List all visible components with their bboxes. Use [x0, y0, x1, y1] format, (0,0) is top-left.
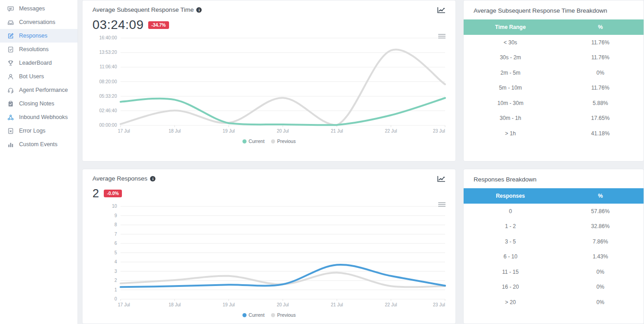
- table-header-cell: %: [557, 188, 644, 204]
- responses-change-badge: -0.0%: [104, 190, 122, 197]
- trend-chart-icon[interactable]: [437, 7, 445, 13]
- legend-item-previous[interactable]: Previous: [271, 312, 296, 318]
- sidebar-item-responses[interactable]: Responses: [0, 29, 77, 43]
- svg-text:17 Jul: 17 Jul: [118, 302, 130, 307]
- edit-icon: [7, 32, 14, 39]
- svg-text:5: 5: [114, 250, 117, 255]
- table-row: 5m - 10m11.76%: [464, 81, 644, 96]
- legend-item-current[interactable]: Current: [242, 138, 265, 144]
- trophy-icon: [7, 59, 14, 67]
- table-cell-percent: 0%: [557, 295, 644, 310]
- svg-text:16:40:00: 16:40:00: [99, 35, 117, 40]
- sidebar-item-resolutions[interactable]: Resolutions: [0, 43, 77, 56]
- legend-item-previous[interactable]: Previous: [271, 138, 296, 144]
- svg-text:19 Jul: 19 Jul: [223, 129, 235, 133]
- responses-value: 2: [92, 186, 99, 200]
- responses-card: Average Responses i 2 -0.0%: [82, 169, 456, 324]
- svg-text:10: 10: [112, 204, 117, 209]
- sidebar-item-bot-users[interactable]: Bot Users: [0, 70, 77, 83]
- table-cell-range: 2m - 5m: [464, 65, 557, 81]
- sidebar-item-conversations[interactable]: Conversations: [0, 15, 77, 29]
- sidebar-item-label: LeaderBoard: [19, 60, 52, 66]
- table-cell-range: 30m - 1h: [464, 111, 557, 126]
- inbox-icon: [7, 19, 14, 26]
- svg-text:23 Jul: 23 Jul: [433, 129, 445, 133]
- sidebar-item-closing-notes[interactable]: Closing Notes: [0, 97, 77, 110]
- svg-text:8: 8: [114, 222, 117, 227]
- svg-text:21 Jul: 21 Jul: [331, 129, 343, 133]
- main-content: Average Subsequent Response Time i 03:24…: [78, 0, 644, 324]
- table-cell-range: 5m - 10m: [464, 81, 557, 96]
- sidebar-item-custom-events[interactable]: Custom Events: [0, 138, 77, 151]
- table-cell-range: < 30s: [464, 35, 557, 50]
- trend-chart-icon[interactable]: [437, 176, 445, 182]
- svg-text:05:33:20: 05:33:20: [99, 94, 117, 99]
- responses-breakdown-table: Responses%057.86%1 - 232.86%3 - 57.86%6 …: [464, 188, 644, 310]
- response-time-card: Average Subsequent Response Time i 03:24…: [82, 0, 456, 162]
- table-header-cell: Responses: [464, 188, 557, 204]
- table-cell-percent: 17.65%: [557, 111, 644, 126]
- svg-text:20 Jul: 20 Jul: [277, 302, 289, 307]
- svg-text:1: 1: [114, 287, 117, 292]
- table-cell-range: 10m - 30m: [464, 95, 557, 111]
- svg-text:9: 9: [114, 213, 117, 218]
- sidebar-item-inbound-webhooks[interactable]: Inbound Webhooks: [0, 110, 77, 124]
- sidebar-item-agent-performance[interactable]: Agent Performance: [0, 83, 77, 97]
- sidebar-item-label: Custom Events: [19, 141, 58, 148]
- sidebar-item-error-logs[interactable]: Error Logs: [0, 124, 77, 138]
- svg-text:2: 2: [114, 278, 117, 283]
- table-cell-percent: 1.43%: [557, 249, 644, 265]
- svg-text:18 Jul: 18 Jul: [169, 129, 181, 133]
- breakdown-title: Responses Breakdown: [464, 175, 644, 188]
- sidebar-item-label: Responses: [19, 33, 48, 39]
- table-cell-percent: 0%: [557, 280, 644, 295]
- svg-text:02:46:40: 02:46:40: [99, 108, 117, 113]
- sidebar-item-label: Bot Users: [19, 73, 44, 80]
- table-cell-percent: 11.76%: [557, 50, 644, 66]
- sidebar-item-label: Resolutions: [19, 46, 48, 52]
- table-row: 2m - 5m0%: [464, 65, 644, 81]
- svg-text:11:06:40: 11:06:40: [100, 64, 117, 69]
- svg-text:21 Jul: 21 Jul: [331, 302, 343, 307]
- table-cell-percent: 32.86%: [557, 219, 644, 234]
- table-cell-range: 3 - 5: [464, 234, 557, 249]
- legend-item-current[interactable]: Current: [242, 312, 265, 318]
- table-cell-range: 16 - 20: [464, 280, 557, 295]
- response-time-value: 03:24:09: [92, 18, 144, 32]
- sidebar-item-messages[interactable]: Messages: [0, 2, 77, 15]
- sidebar-item-label: Inbound Webhooks: [19, 114, 68, 120]
- svg-text:7: 7: [114, 232, 117, 237]
- chart-menu-icon[interactable]: [438, 201, 445, 208]
- svg-text:17 Jul: 17 Jul: [118, 129, 130, 133]
- responses-chart: 01234567891017 Jul18 Jul19 Jul20 Jul21 J…: [92, 202, 446, 309]
- table-cell-percent: 41.18%: [557, 126, 644, 141]
- svg-text:0: 0: [114, 296, 117, 301]
- table-row: 30s - 2m11.76%: [464, 50, 644, 66]
- headset-icon: [7, 86, 14, 94]
- info-icon[interactable]: i: [196, 7, 202, 13]
- sidebar-item-label: Agent Performance: [19, 87, 68, 93]
- breakdown-title: Average Subsequent Response Time Breakdo…: [464, 6, 644, 19]
- response-time-change-badge: -34.7%: [148, 21, 169, 29]
- legend-dot: [271, 139, 275, 143]
- table-header-cell: %: [557, 19, 644, 35]
- table-row: 1 - 232.86%: [464, 219, 644, 234]
- card-title: Average Subsequent Response Time i: [92, 6, 202, 13]
- table-cell-percent: 11.76%: [557, 35, 644, 50]
- chart-menu-icon[interactable]: [438, 33, 445, 39]
- chat-icon: [7, 5, 14, 12]
- table-cell-range: 0: [464, 204, 557, 219]
- sidebar-item-label: Error Logs: [19, 128, 45, 134]
- info-icon[interactable]: i: [150, 176, 155, 181]
- sidebar-item-leaderboard[interactable]: LeaderBoard: [0, 56, 77, 70]
- svg-text:22 Jul: 22 Jul: [385, 302, 397, 307]
- chart-legend: CurrentPrevious: [92, 312, 445, 318]
- table-cell-percent: 57.86%: [557, 204, 644, 219]
- sidebar-item-label: Conversations: [19, 19, 55, 25]
- table-row: > 1h41.18%: [464, 126, 644, 141]
- table-row: 16 - 200%: [464, 280, 644, 295]
- table-row: 30m - 1h17.65%: [464, 111, 644, 126]
- svg-text:22 Jul: 22 Jul: [385, 129, 397, 133]
- responses-chart-area: 01234567891017 Jul18 Jul19 Jul20 Jul21 J…: [92, 202, 445, 318]
- bar-chart-icon: [7, 141, 14, 148]
